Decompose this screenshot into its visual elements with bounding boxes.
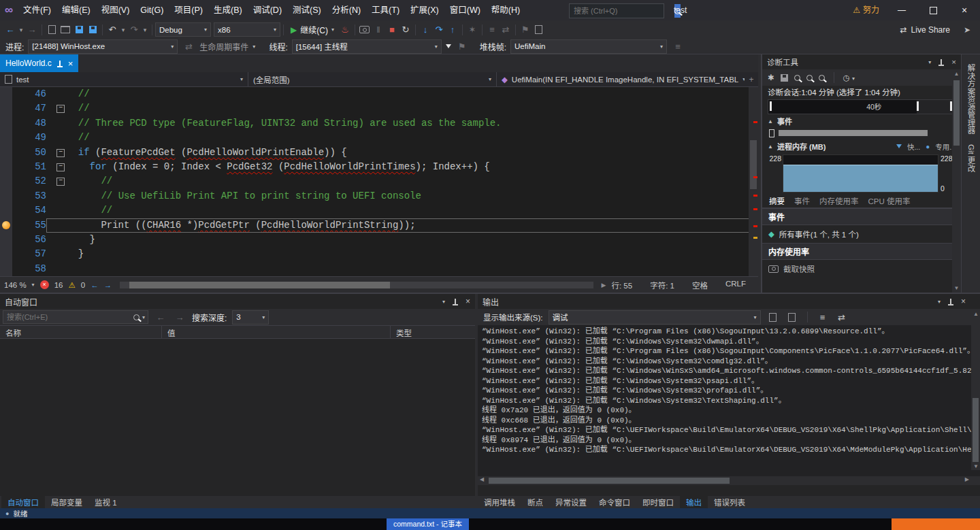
open-file-icon[interactable] [59, 22, 71, 37]
diagnostics-tab[interactable]: CPU 使用率 [868, 195, 911, 206]
code-line[interactable]: 55 Print ((CHAR16 *)PcdGetPtr (PcdHelloW… [0, 218, 758, 233]
breakpoint-margin[interactable] [0, 160, 12, 174]
zoom-level-combo[interactable]: 146 % [4, 281, 27, 289]
search-icon[interactable] [133, 314, 140, 320]
breakpoint-margin[interactable] [0, 233, 12, 247]
pin-icon[interactable] [941, 59, 942, 65]
close-icon[interactable]: × [961, 297, 966, 306]
menu-item[interactable]: 文件(F) [18, 0, 56, 20]
scroll-down-icon[interactable]: ▼ [973, 463, 979, 469]
taskbar-attention-item[interactable] [892, 518, 980, 530]
selection-left-handle[interactable] [917, 101, 919, 111]
fold-margin[interactable]: − [54, 101, 67, 116]
menu-item[interactable]: 编辑(E) [56, 0, 96, 20]
column-value[interactable]: 值 [162, 326, 391, 338]
window-position-icon[interactable]: ▾ [938, 299, 941, 305]
code-area[interactable]: 46 //47− //48 // Three PCD type (Feature… [0, 87, 758, 276]
fold-margin[interactable] [54, 233, 67, 247]
fold-margin[interactable] [54, 203, 67, 218]
code-text[interactable]: for (Index = 0; Index < PcdGet32 (PcdHel… [67, 160, 758, 174]
code-text[interactable]: } [67, 247, 758, 261]
pin-icon[interactable] [59, 61, 61, 66]
collapse-icon[interactable]: − [56, 178, 65, 186]
code-line[interactable]: 50− if (FeaturePcdGet (PcdHelloWorldPrin… [0, 146, 758, 160]
code-line[interactable]: 57 } [0, 247, 758, 261]
side-tab[interactable]: Git 更改 [966, 144, 977, 172]
fold-margin[interactable] [54, 262, 67, 276]
breakpoint-margin[interactable] [0, 131, 12, 145]
memory-section-header[interactable]: ▲进程内存 (MB) 快... ● 专用... [762, 139, 961, 153]
maximize-button[interactable] [917, 0, 949, 20]
taskbar-notepad-button[interactable]: command.txt - 记事本 [387, 518, 469, 530]
code-text[interactable]: // Use UefiLib Print API to print string… [67, 189, 758, 203]
code-line[interactable]: 48 // Three PCD type (FeatureFlag, UINT3… [0, 116, 758, 131]
code-line[interactable]: 46 // [0, 87, 758, 101]
fold-margin[interactable]: − [54, 146, 67, 160]
code-text[interactable]: // [67, 203, 758, 218]
code-text[interactable]: if (FeaturePcdGet (PcdHelloWorldPrintEna… [67, 146, 758, 160]
output-vscrollbar[interactable]: ▲ ▼ [971, 310, 980, 470]
stack-frame-combo[interactable]: UefiMain▾ [510, 39, 667, 54]
code-line[interactable]: 47− // [0, 101, 758, 116]
clear-output-icon[interactable]: ≡ [817, 310, 829, 325]
breakpoint-margin[interactable] [0, 262, 12, 276]
column-name[interactable]: 名称 [0, 326, 162, 338]
tab-close-icon[interactable]: × [68, 59, 74, 69]
reset-view-icon[interactable] [819, 75, 825, 81]
diagnostics-scrollbar[interactable]: ▲ ▼ [952, 69, 961, 293]
scroll-right-icon[interactable]: ▶ [602, 282, 606, 288]
split-editor-icon[interactable]: + [745, 72, 758, 86]
code-line[interactable]: 49 // [0, 131, 758, 145]
break-all-icon[interactable]: ‖ [372, 22, 385, 37]
breakpoint-margin[interactable] [0, 203, 12, 218]
breakpoint-margin[interactable] [0, 174, 12, 188]
close-icon[interactable]: × [951, 58, 956, 66]
save-all-icon[interactable] [86, 22, 99, 37]
fold-margin[interactable] [54, 218, 67, 233]
menu-item[interactable]: 调试(D) [248, 0, 287, 20]
collapse-icon[interactable]: − [56, 149, 65, 157]
error-count-icon[interactable]: × [40, 280, 49, 289]
step-into-icon[interactable]: ↓ [419, 22, 431, 37]
notification-badge[interactable]: ⚠ 努力 [853, 0, 879, 20]
horizontal-scrollbar[interactable] [120, 282, 593, 288]
fold-margin[interactable]: − [54, 174, 67, 188]
take-snapshot-button[interactable]: 截取快照 [762, 260, 961, 278]
fold-margin[interactable] [54, 247, 67, 261]
step-over-icon[interactable]: ↷ [433, 22, 445, 37]
tool-window-tab[interactable]: 自动窗口 [1, 496, 45, 510]
tool-window-tab[interactable]: 命令窗口 [593, 496, 636, 510]
diagnostics-tab[interactable]: 内存使用率 [819, 195, 859, 206]
breakpoint-margin[interactable] [0, 146, 12, 160]
scroll-left-icon[interactable]: ◀ [480, 476, 484, 482]
diagnostics-tab[interactable]: 摘要 [769, 195, 785, 206]
close-icon[interactable]: × [466, 297, 470, 306]
live-share-button[interactable]: ⇄ Live Share ➤ [900, 25, 971, 35]
autos-search-box[interactable]: ▾ [3, 310, 148, 324]
menu-item[interactable]: Git(G) [135, 0, 169, 20]
menu-item[interactable]: 视图(V) [96, 0, 135, 20]
search-next-icon[interactable]: → [174, 310, 186, 325]
output-source-combo[interactable]: 调试▾ [549, 310, 761, 325]
tool-window-tab[interactable]: 监视 1 [88, 496, 123, 510]
minimize-button[interactable]: — [886, 0, 917, 20]
timeline-ruler[interactable]: 40秒 [768, 99, 954, 114]
column-type[interactable]: 类型 [391, 326, 475, 338]
code-line[interactable]: 58 [0, 262, 758, 276]
pin-icon[interactable] [455, 299, 456, 304]
solution-config-combo[interactable]: Debug▾ [155, 22, 211, 37]
scope-dropdown[interactable]: (全局范围) ▾ [248, 72, 497, 86]
redo-icon[interactable]: ↷ [128, 22, 140, 37]
search-prev-icon[interactable]: ← [154, 310, 167, 325]
warning-icon[interactable]: ⚠ [68, 280, 75, 290]
code-text[interactable]: } [67, 233, 758, 247]
tool-window-tab[interactable]: 断点 [521, 496, 549, 510]
stop-debug-icon[interactable]: ■ [386, 22, 398, 37]
nav-forward-icon[interactable]: → [104, 281, 112, 289]
code-line[interactable]: 52− // [0, 174, 758, 188]
list-members-icon[interactable]: ≡ [486, 22, 498, 37]
new-file-icon[interactable] [46, 22, 58, 37]
nav-back-icon[interactable]: ← [91, 281, 99, 289]
code-text[interactable]: // Three PCD type (FeatureFlag, UINT32 a… [67, 116, 758, 131]
menu-item[interactable]: 项目(P) [169, 0, 208, 20]
